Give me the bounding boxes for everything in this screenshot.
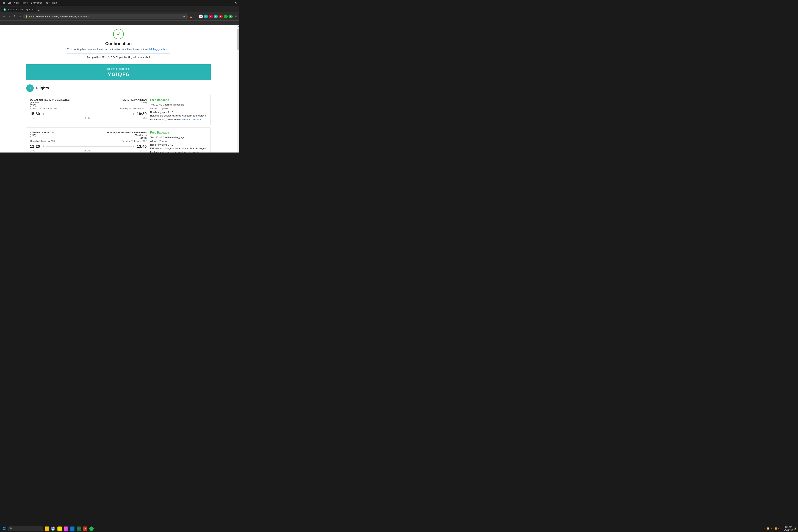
payment-warning-box: If not paid by 2021-12-15 04:52 your boo… — [67, 54, 170, 61]
url-text: https://serene-production-ezycommerce.ez… — [29, 15, 182, 18]
confirmation-email[interactable]: lolalola@gmail.com — [147, 48, 169, 51]
flight2-dot — [133, 146, 134, 147]
url-bar[interactable]: 🔒 https://serene-production-ezycommerce.… — [23, 14, 188, 19]
scrollbar-down[interactable]: ▼ — [237, 150, 240, 152]
flight1-bag-line5: For further info, please see our terms &… — [150, 118, 207, 121]
menu-file[interactable]: File — [1, 2, 5, 4]
flight1-line: ✈ — [41, 112, 136, 116]
confirmation-text: Your booking has been confirmed. A confi… — [26, 48, 211, 51]
menu-bookmarks[interactable]: Bookmarks — [31, 2, 42, 4]
booking-ref-code: YGIQF6 — [29, 71, 208, 77]
flight1-bag-line3: Hand carry up-to 7 KG — [150, 111, 207, 114]
flight2-number: ER 723 — [139, 150, 147, 152]
flight2-baggage-detail: Total 20 KG Checked-In baggage Allowed 0… — [150, 136, 207, 152]
flight1-meta: Direct 3h 00m ER 724 — [30, 117, 147, 119]
close-button[interactable]: ✕ — [234, 1, 238, 5]
maximize-button[interactable]: □ — [229, 1, 232, 5]
forward-button[interactable]: → — [7, 14, 12, 19]
star-icon[interactable]: ★ — [183, 15, 185, 18]
flight1-origin-terminal: (Terminal 1) — [30, 101, 70, 104]
flight1-bag-line2: Allowed 01 piece — [150, 107, 207, 111]
flight2-dest-city: DUBAI, UNITED ARAB EMIRATES — [107, 131, 147, 134]
flight2-baggage: Free Baggage Total 20 KG Checked-In bagg… — [150, 131, 207, 152]
flight2-origin-code: (LHE) — [30, 134, 54, 136]
flight1-time-row: 15:30 ✈ 19:30 — [30, 112, 147, 116]
flight2-info: LAHORE, PAKISTAN (LHE) DUBAI, UNITED ARA… — [30, 131, 147, 152]
flight2-bag-line4: Refunds and changes allowed with applica… — [150, 147, 207, 150]
flight2-bag-line2: Allowed 01 piece — [150, 139, 207, 143]
flight2-terms-link[interactable]: terms & conditions — [182, 151, 201, 152]
extension4-icon[interactable]: ■ — [219, 15, 223, 18]
scrollbar-thumb[interactable] — [238, 28, 239, 50]
flight2-bag-line5: For further info, please see our terms &… — [150, 150, 207, 152]
booking-reference-banner: Booking reference: YGIQF6 — [26, 64, 211, 80]
menu-view[interactable]: View — [14, 2, 19, 4]
flight1-terms-link[interactable]: terms & conditions — [182, 118, 201, 121]
flight1-bag-line4: Refunds and changes allowed with applica… — [150, 114, 207, 118]
flight2-line: ✈ — [41, 145, 136, 148]
flights-section-header: ✈ Flights — [26, 84, 211, 92]
active-tab[interactable]: S Serene Air - Select flight ✕ — [1, 7, 36, 13]
flight1-bag-line1: Total 20 KG Checked-In baggage — [150, 103, 207, 107]
menu-help[interactable]: Help — [52, 2, 57, 4]
menu-tools[interactable]: Tools — [44, 2, 50, 4]
flight2-route: LAHORE, PAKISTAN (LHE) DUBAI, UNITED ARA… — [30, 131, 147, 139]
flight-card-1: DUBAI, UNITED ARAB EMIRATES (Terminal 1)… — [26, 95, 211, 125]
flight1-baggage-title: Free Baggage — [150, 98, 207, 101]
flight1-duration: 3h 00m — [84, 117, 91, 119]
flight2-dest-terminal: (Terminal 1) — [107, 134, 147, 136]
flight2-time-row: 11:20 ✈ 13:40 — [30, 144, 147, 149]
extension6-icon[interactable]: ▮ — [229, 15, 233, 18]
home-button[interactable]: ⌂ — [18, 14, 21, 19]
flight1-origin-code: (DXB) — [30, 104, 70, 107]
flight-card-2: LAHORE, PAKISTAN (LHE) DUBAI, UNITED ARA… — [26, 127, 211, 152]
extension5-icon[interactable]: G — [224, 15, 228, 18]
scrollbar[interactable]: ▲ ▼ — [237, 25, 240, 152]
menu-history[interactable]: History — [22, 2, 28, 4]
flight1-direct: Direct — [30, 117, 36, 119]
booking-ref-label: Booking reference: — [29, 67, 208, 70]
download-icon[interactable]: ⇓ — [194, 15, 198, 18]
extension3-icon[interactable]: SC — [214, 15, 218, 18]
title-bar: File Edit View History Bookmarks Tools H… — [0, 0, 240, 6]
new-tab-button[interactable]: + — [36, 9, 41, 13]
flight1-origin-city: DUBAI, UNITED ARAB EMIRATES — [30, 98, 70, 101]
reload-button[interactable]: ↻ — [13, 14, 17, 19]
flight1-baggage: Free Baggage Total 20 KG Checked-In bagg… — [150, 98, 207, 121]
flight1-dest: LAHORE, PAKISTAN (LHE) — [122, 98, 147, 104]
flight2-depart-time: 11:20 — [30, 144, 41, 149]
security-icon: 🔒 — [25, 15, 28, 18]
flight1-info: DUBAI, UNITED ARAB EMIRATES (Terminal 1)… — [30, 98, 147, 121]
flight2-dest-code: (DXB) — [107, 136, 147, 139]
tab-label: Serene Air - Select flight — [7, 8, 30, 11]
back-button[interactable]: ← — [2, 14, 6, 19]
menu-bar: File Edit View History Bookmarks Tools H… — [1, 2, 57, 4]
gmail-icon[interactable]: M — [199, 15, 203, 18]
address-bar: ← → ↻ ⌂ 🔒 https://serene-production-ezyc… — [0, 13, 240, 21]
flight1-baggage-detail: Total 20 KG Checked-In baggage Allowed 0… — [150, 103, 207, 121]
pocket-icon[interactable]: 📥 — [189, 15, 193, 18]
flight2-direct: Direct — [30, 150, 36, 152]
flight2-bag-line3: Hand carry up-to 7 KG — [150, 143, 207, 147]
flights-icon: ✈ — [26, 84, 34, 92]
tab-favicon: S — [3, 8, 6, 11]
flight1-dot — [133, 113, 134, 115]
flight2-origin: LAHORE, PAKISTAN (LHE) — [30, 131, 54, 136]
tab-close-button[interactable]: ✕ — [32, 8, 34, 11]
extension2-icon[interactable]: ■ — [209, 15, 213, 18]
extension1-icon[interactable]: ● — [204, 15, 208, 18]
flight1-origin: DUBAI, UNITED ARAB EMIRATES (Terminal 1)… — [30, 98, 70, 107]
plane-icon: ✈ — [28, 86, 32, 90]
check-circle: ✓ — [113, 29, 124, 39]
main-content: ✓ Confirmation Your booking has been con… — [0, 25, 237, 152]
flight2-meta: Direct 3h 20m ER 723 — [30, 150, 147, 152]
scrollbar-up[interactable]: ▲ — [237, 25, 240, 28]
menu-icon[interactable]: ☰ — [234, 15, 238, 18]
scrollbar-track[interactable] — [237, 28, 240, 150]
flight1-dest-code: (LHE) — [122, 101, 147, 104]
minimize-button[interactable]: – — [224, 1, 227, 5]
tab-bar: S Serene Air - Select flight ✕ + — [0, 6, 240, 13]
flight2-arrive-time: 13:40 — [136, 144, 147, 149]
menu-edit[interactable]: Edit — [7, 2, 11, 4]
flight2-origin-city: LAHORE, PAKISTAN — [30, 131, 54, 134]
